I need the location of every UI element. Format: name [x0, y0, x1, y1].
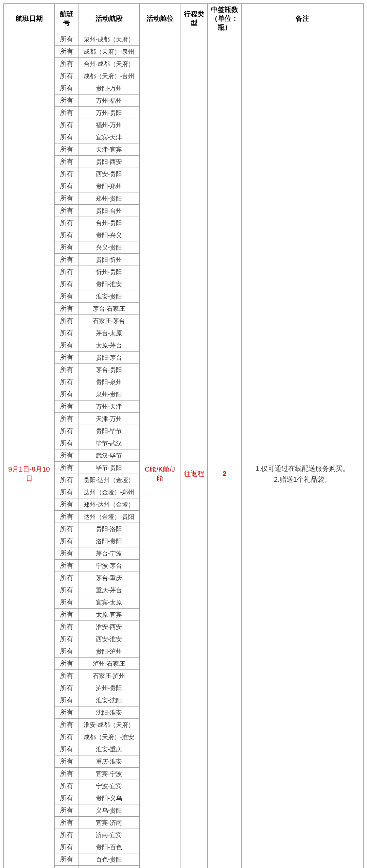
- cell-flight-no: 所有: [55, 694, 78, 707]
- cell-segment: 郑州-贵阳: [78, 192, 140, 205]
- cell-segment: 贵阳-台州: [78, 205, 140, 217]
- header-cabin: 活动舱位: [140, 4, 180, 33]
- cell-segment: 贵阳-万州: [78, 82, 140, 95]
- cell-segment: 达州（金垭）-郑州: [78, 486, 140, 498]
- cell-segment: 天津-万州: [78, 413, 140, 425]
- cell-flight-no: 所有: [55, 33, 78, 46]
- cell-segment: 贵阳-忻州: [78, 254, 140, 266]
- table-body: 9月1日-9月10日所有泉州-成都（天府）C舱/K舱/J舱往返程21.仅可通过在…: [4, 33, 364, 868]
- cell-flight-no: 所有: [55, 596, 78, 609]
- cell-flight-no: 所有: [55, 829, 78, 841]
- cell-segment: 贵阳-兴义: [78, 229, 140, 241]
- table-row: 9月1日-9月10日所有泉州-成都（天府）C舱/K舱/J舱往返程21.仅可通过在…: [4, 33, 364, 46]
- cell-segment: 太原-宜宾: [78, 609, 140, 621]
- cell-segment: 贵阳-毕节: [78, 425, 140, 437]
- cell-segment: 贵阳-义乌: [78, 792, 140, 804]
- cell-flight-no: 所有: [55, 119, 78, 131]
- cell-flight-no: 所有: [55, 364, 78, 376]
- table-header-row: 航班日期 航班号 活动航段 活动舱位 行程类型 中签瓶数（单位：瓶） 备注: [4, 4, 364, 33]
- cell-flight-no: 所有: [55, 486, 78, 498]
- cell-segment: 茅台-贵阳: [78, 364, 140, 376]
- cell-segment: 淮安-贵阳: [78, 290, 140, 303]
- cell-segment: 贵阳-泸州: [78, 645, 140, 658]
- cell-flight-no: 所有: [55, 707, 78, 719]
- cell-flight-no: 所有: [55, 156, 78, 168]
- cell-segment: 泸州-贵阳: [78, 682, 140, 694]
- cell-segment: 西安-淮安: [78, 633, 140, 645]
- cell-flight-no: 所有: [55, 168, 78, 180]
- cell-segment: 石家庄-茅台: [78, 315, 140, 327]
- cell-segment: 武汉-毕节: [78, 449, 140, 462]
- cell-flight-no: 所有: [55, 633, 78, 645]
- cell-segment: 淮安-西安: [78, 621, 140, 633]
- cell-segment: 成都（天府）-泉州: [78, 46, 140, 58]
- cell-segment: 重庆-茅台: [78, 584, 140, 596]
- cell-segment: 宜宾-宁波: [78, 768, 140, 780]
- cell-segment: 义乌-贵阳: [78, 804, 140, 817]
- cell-segment: 济南-宜宾: [78, 829, 140, 841]
- cell-segment: 洛阳-贵阳: [78, 535, 140, 547]
- cell-segment: 茅台-重庆: [78, 572, 140, 584]
- cell-flight-no: 所有: [55, 70, 78, 82]
- header-flight-no: 航班号: [55, 4, 78, 33]
- cell-flight-no: 所有: [55, 290, 78, 303]
- cell-segment: 泉州-成都（天府）: [78, 33, 140, 46]
- cell-segment: 万州-天津: [78, 401, 140, 413]
- cell-segment: 贵阳-茅台: [78, 352, 140, 364]
- cell-flight-no: 所有: [55, 609, 78, 621]
- header-qty: 中签瓶数（单位：瓶）: [208, 4, 242, 33]
- cell-segment: 达州（金垭）-贵阳: [78, 511, 140, 523]
- cell-flight-no: 所有: [55, 804, 78, 817]
- cell-flight-no: 所有: [55, 401, 78, 413]
- cell-flight-no: 所有: [55, 817, 78, 829]
- cell-trip-type: 往返程: [180, 33, 208, 868]
- cell-flight-no: 所有: [55, 645, 78, 658]
- cell-flight-no: 所有: [55, 780, 78, 792]
- remark-line: 2.赠送1个礼品袋。: [244, 474, 361, 485]
- cell-segment: 百色-贵阳: [78, 853, 140, 866]
- header-trip-type: 行程类型: [180, 4, 208, 33]
- cell-segment: 郑州-达州（金垭）: [78, 498, 140, 511]
- cell-segment: 宜宾-天津: [78, 131, 140, 143]
- cell-flight-no: 所有: [55, 449, 78, 462]
- cell-flight-no: 所有: [55, 376, 78, 388]
- cell-segment: 淮安-沈阳: [78, 694, 140, 707]
- cell-segment: 泉州-贵阳: [78, 388, 140, 401]
- cell-segment: 重庆-淮安: [78, 755, 140, 768]
- header-remark: 备注: [242, 4, 364, 33]
- cell-segment: 西安-贵阳: [78, 168, 140, 180]
- cell-remark: 1.仅可通过在线配送服务购买。2.赠送1个礼品袋。: [242, 33, 364, 868]
- cell-segment: 成都（天府）-台州: [78, 70, 140, 82]
- cell-flight-no: 所有: [55, 841, 78, 853]
- cell-flight-no: 所有: [55, 768, 78, 780]
- cell-flight-no: 所有: [55, 535, 78, 547]
- cell-flight-no: 所有: [55, 192, 78, 205]
- cell-flight-no: 所有: [55, 437, 78, 449]
- cell-flight-no: 所有: [55, 682, 78, 694]
- cell-segment: 贵阳-郑州: [78, 180, 140, 192]
- header-date: 航班日期: [4, 4, 55, 33]
- cell-segment: 淮安-重庆: [78, 743, 140, 755]
- cell-flight-no: 所有: [55, 352, 78, 364]
- cell-date: 9月1日-9月10日: [4, 33, 55, 868]
- cell-segment: 忻州-贵阳: [78, 266, 140, 278]
- cell-flight-no: 所有: [55, 327, 78, 339]
- cell-flight-no: 所有: [55, 670, 78, 682]
- cell-flight-no: 所有: [55, 217, 78, 229]
- cell-flight-no: 所有: [55, 731, 78, 743]
- cell-flight-no: 所有: [55, 266, 78, 278]
- cell-segment: 台州-贵阳: [78, 217, 140, 229]
- cell-segment: 天津-宜宾: [78, 143, 140, 156]
- cell-flight-no: 所有: [55, 621, 78, 633]
- cell-segment: 台州-成都（天府）: [78, 58, 140, 70]
- cell-segment: 宁波-宜宾: [78, 780, 140, 792]
- cell-segment: 贵阳-西安: [78, 156, 140, 168]
- cell-flight-no: 所有: [55, 205, 78, 217]
- cell-flight-no: 所有: [55, 143, 78, 156]
- cell-cabin: C舱/K舱/J舱: [140, 33, 180, 868]
- cell-flight-no: 所有: [55, 866, 78, 868]
- cell-flight-no: 所有: [55, 547, 78, 560]
- flight-table: 航班日期 航班号 活动航段 活动舱位 行程类型 中签瓶数（单位：瓶） 备注 9月…: [3, 3, 364, 868]
- cell-segment: 万州-福州: [78, 95, 140, 107]
- header-segment: 活动航段: [78, 4, 140, 33]
